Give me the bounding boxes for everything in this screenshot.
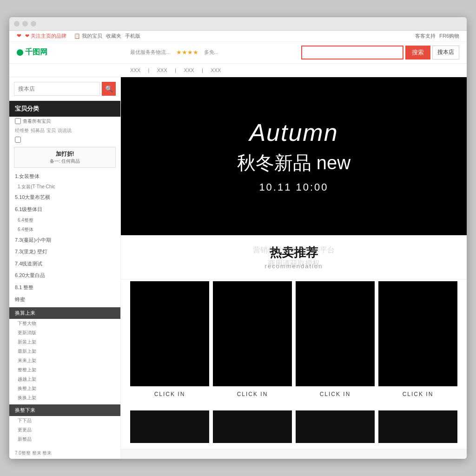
browser-dot-2 (22, 21, 28, 26)
sidebar-checkbox-row-2 (9, 135, 120, 144)
product-card-2[interactable]: CLICK IN (211, 279, 294, 402)
section-title-cn: 热卖推荐 (130, 245, 457, 261)
hero-title: Autumn (249, 119, 338, 146)
header-middle: 最优服务务物流... ★★★★ 多免... (130, 49, 218, 56)
hero-date: 10.11 10:00 (259, 181, 328, 193)
top-nav-right: 客客支持 FR6购物 (415, 33, 459, 40)
sidebar-section-winter: 换整下来 (9, 404, 120, 416)
sidebar-tag-3[interactable]: 宝贝 (46, 127, 56, 134)
section-title-en: recommendation (130, 263, 457, 270)
sidebar-new-item-2[interactable]: 更新消版 (9, 328, 120, 337)
sidebar-item-8[interactable]: 7.4线道测试 (9, 258, 120, 270)
browser-chrome (9, 17, 467, 31)
sidebar-tags: 经维整 招募品 宝贝 说说说 (9, 126, 120, 135)
nav-link-3[interactable]: XXX (157, 67, 167, 73)
top-nav-favorites[interactable]: ❤ 关注主页的品牌 (25, 33, 66, 40)
logo-circle-icon (17, 49, 23, 56)
sidebar-winter-item-1[interactable]: 下下品 (9, 416, 120, 425)
sidebar-new-item-1[interactable]: 下整大物 (9, 319, 120, 328)
nav-link-2[interactable]: | (148, 67, 149, 73)
sidebar-item-4[interactable]: 6.4整整 (9, 216, 120, 225)
sidebar-item-6[interactable]: 7.3(蔓延)小中期 (9, 234, 120, 246)
sidebar-winter-item-2[interactable]: 更更品 (9, 425, 120, 435)
product-card-7[interactable] (294, 409, 377, 445)
logo[interactable]: 千图网 (17, 47, 47, 57)
product-card-1[interactable]: CLICK IN (128, 279, 211, 402)
product-click-in-3[interactable]: CLICK IN (320, 386, 351, 399)
header-search-input[interactable] (301, 46, 403, 60)
browse-all-checkbox[interactable] (15, 118, 21, 124)
product-click-in-4[interactable]: CLICK IN (403, 386, 434, 399)
product-image-3[interactable] (296, 281, 375, 387)
nav-link-1[interactable]: XXX (130, 67, 140, 73)
sidebar-search-button[interactable]: 🔍 (102, 82, 116, 96)
sidebar-new-item-7[interactable]: 越越上架 (9, 375, 120, 384)
product-image-5[interactable] (130, 410, 209, 443)
product-card-5[interactable] (128, 409, 211, 445)
browser-dot-3 (31, 21, 36, 26)
product-image-6[interactable] (213, 410, 292, 443)
hero-subtitle: 秋冬新品 new (237, 150, 351, 176)
product-image-1[interactable] (130, 281, 209, 387)
product-card-6[interactable] (211, 409, 294, 445)
sidebar-item-7[interactable]: 7.3(里龙) 壁灯 (9, 246, 120, 258)
nav-link-5[interactable]: XXX (184, 67, 194, 73)
sidebar-new-item-4[interactable]: 最新上架 (9, 347, 120, 356)
sidebar-tag-2[interactable]: 招募品 (31, 127, 45, 134)
product-card-4[interactable]: CLICK IN (377, 279, 459, 402)
sidebar-item-1a[interactable]: 1.女装(T·The·Chic (9, 182, 120, 192)
sidebar-item-10[interactable]: 8.1 整整 (9, 282, 120, 294)
checkbox-2[interactable] (15, 137, 21, 143)
browser-window: ❤ ❤ 关注主页的品牌 📋 我的宝贝 收藏夹 手机版 客客支持 FR6购物 千图… (9, 17, 467, 459)
product-grid-2 (121, 409, 467, 449)
sidebar-tag-1[interactable]: 经维整 (15, 127, 29, 134)
browser-dot-1 (14, 21, 20, 26)
product-card-3[interactable]: CLICK IN (294, 279, 377, 402)
sidebar-section-new: 换算上来 (9, 307, 120, 319)
sidebar-search-input[interactable] (14, 82, 100, 96)
nav-link-7[interactable]: XXX (211, 67, 221, 73)
sidebar-item-11[interactable]: 蜂蜜 (9, 294, 120, 306)
sidebar-item-1[interactable]: 1.女装整体 (9, 171, 120, 183)
nav-link-4[interactable]: | (175, 67, 176, 73)
product-image-2[interactable] (213, 281, 292, 387)
product-image-4[interactable] (378, 281, 457, 387)
sidebar-new-item-6[interactable]: 整整上架 (9, 365, 120, 375)
sidebar-item-9[interactable]: 6.20大量白品 (9, 270, 120, 282)
product-click-in-2[interactable]: CLICK IN (237, 386, 268, 399)
search-button[interactable]: 搜索 (405, 46, 430, 60)
sidebar-promo-subtitle: 备一: 任何商品 (17, 158, 112, 165)
sidebar-winter-item-3[interactable]: 新整品 (9, 435, 120, 444)
heart-icon: ❤ (17, 33, 21, 39)
product-image-8[interactable] (378, 410, 457, 443)
sidebar-tag-4[interactable]: 说说说 (58, 127, 72, 134)
sidebar-promo-box: 加打折! 备一: 任何商品 (14, 147, 116, 168)
header-freeship: 多免... (204, 49, 218, 56)
sidebar-new-item-9[interactable]: 换换上架 (9, 393, 120, 403)
hero-wrapper: Autumn 秋冬新品 new 10.11 10:00 (121, 77, 467, 235)
top-nav-service[interactable]: 客客支持 (415, 33, 436, 40)
top-nav-mobile[interactable]: 手机版 (125, 33, 140, 40)
sidebar-category-header: 宝贝分类 (9, 101, 120, 117)
sidebar-new-item-3[interactable]: 新装上架 (9, 337, 120, 347)
sidebar-promo-title: 加打折! (17, 150, 112, 158)
top-nav-myitems[interactable]: 📋 我的宝贝 (74, 33, 102, 40)
sidebar-new-item-5[interactable]: 来来上架 (9, 356, 120, 365)
main-content: Autumn 秋冬新品 new 10.11 10:00 热卖推荐 recomme… (121, 77, 467, 459)
section-title-area: 热卖推荐 recommendation 营销创意服务与协作平台 商用请获取授权 (121, 235, 467, 279)
sidebar-item-3[interactable]: 6.1级整体日 (9, 204, 120, 216)
sidebar-item-2[interactable]: 5.10大量布艺横 (9, 192, 120, 204)
top-nav-free[interactable]: FR6购物 (439, 33, 459, 40)
page-layout: 🔍 宝贝分类 查看所有宝贝 经维整 招募品 宝贝 说说说 (9, 77, 467, 459)
product-card-8[interactable] (377, 409, 459, 445)
top-nav-collect[interactable]: 收藏夹 (106, 33, 121, 40)
product-click-in-1[interactable]: CLICK IN (154, 386, 185, 399)
sidebar-item-5[interactable]: 6.4整体 (9, 225, 120, 234)
sidebar-browse-all[interactable]: 查看所有宝贝 (9, 117, 120, 126)
sidebar-extra-item[interactable]: 7.0整整 整来 整来 (9, 448, 120, 459)
product-image-7[interactable] (296, 410, 375, 443)
sidebar: 🔍 宝贝分类 查看所有宝贝 经维整 招募品 宝贝 说说说 (9, 77, 121, 459)
sidebar-new-item-8[interactable]: 换整上架 (9, 384, 120, 393)
store-search-button[interactable]: 搜本店 (432, 46, 459, 60)
nav-link-6[interactable]: | (202, 67, 203, 73)
